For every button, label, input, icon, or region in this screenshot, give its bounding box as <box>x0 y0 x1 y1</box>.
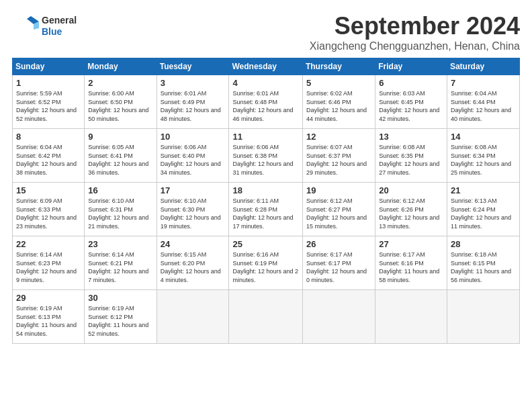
table-row: 19 Sunrise: 6:12 AM Sunset: 6:27 PM Dayl… <box>302 183 375 236</box>
table-row: 2 Sunrise: 6:00 AM Sunset: 6:50 PM Dayli… <box>85 75 157 129</box>
table-row <box>229 290 302 344</box>
day-info: Sunrise: 6:06 AM Sunset: 6:40 PM Dayligh… <box>161 143 226 177</box>
day-info: Sunrise: 6:06 AM Sunset: 6:38 PM Dayligh… <box>232 143 298 177</box>
page: General Blue September 2024 Xiangcheng C… <box>0 0 532 411</box>
table-row: 25 Sunrise: 6:16 AM Sunset: 6:19 PM Dayl… <box>229 236 302 290</box>
day-info: Sunrise: 6:03 AM Sunset: 6:45 PM Dayligh… <box>379 89 443 123</box>
day-number: 27 <box>379 239 443 249</box>
day-number: 19 <box>306 185 371 195</box>
day-info: Sunrise: 6:17 AM Sunset: 6:17 PM Dayligh… <box>306 250 371 284</box>
day-number: 22 <box>16 239 81 249</box>
col-tuesday: Tuesday <box>157 58 229 75</box>
calendar-week-3: 15 Sunrise: 6:09 AM Sunset: 6:33 PM Dayl… <box>13 183 520 236</box>
table-row: 30 Sunrise: 6:19 AM Sunset: 6:12 PM Dayl… <box>85 290 157 344</box>
day-info: Sunrise: 6:10 AM Sunset: 6:31 PM Dayligh… <box>88 197 152 230</box>
table-row: 1 Sunrise: 5:59 AM Sunset: 6:52 PM Dayli… <box>13 75 85 129</box>
day-info: Sunrise: 6:01 AM Sunset: 6:49 PM Dayligh… <box>161 89 226 123</box>
table-row: 11 Sunrise: 6:06 AM Sunset: 6:38 PM Dayl… <box>229 129 302 183</box>
col-sunday: Sunday <box>13 58 85 75</box>
day-info: Sunrise: 6:11 AM Sunset: 6:28 PM Dayligh… <box>232 197 298 230</box>
table-row: 16 Sunrise: 6:10 AM Sunset: 6:31 PM Dayl… <box>85 183 157 236</box>
day-number: 28 <box>451 239 516 249</box>
day-number: 8 <box>16 132 81 142</box>
day-info: Sunrise: 6:15 AM Sunset: 6:20 PM Dayligh… <box>161 250 226 284</box>
logo: General Blue <box>12 12 77 40</box>
table-row: 28 Sunrise: 6:18 AM Sunset: 6:15 PM Dayl… <box>447 236 519 290</box>
day-info: Sunrise: 6:04 AM Sunset: 6:44 PM Dayligh… <box>451 89 516 123</box>
day-number: 15 <box>16 185 81 195</box>
day-number: 3 <box>161 78 226 88</box>
day-number: 24 <box>161 239 226 249</box>
day-info: Sunrise: 6:14 AM Sunset: 6:21 PM Dayligh… <box>88 250 152 284</box>
table-row <box>375 290 447 344</box>
table-row: 9 Sunrise: 6:05 AM Sunset: 6:41 PM Dayli… <box>85 129 157 183</box>
day-info: Sunrise: 6:08 AM Sunset: 6:34 PM Dayligh… <box>451 143 516 177</box>
table-row: 15 Sunrise: 6:09 AM Sunset: 6:33 PM Dayl… <box>13 183 85 236</box>
table-row: 29 Sunrise: 6:19 AM Sunset: 6:13 PM Dayl… <box>13 290 85 344</box>
logo-graphic: General Blue <box>12 12 77 40</box>
logo-text-general: General <box>42 15 77 26</box>
table-row: 23 Sunrise: 6:14 AM Sunset: 6:21 PM Dayl… <box>85 236 157 290</box>
day-info: Sunrise: 6:02 AM Sunset: 6:46 PM Dayligh… <box>306 89 371 123</box>
table-row: 7 Sunrise: 6:04 AM Sunset: 6:44 PM Dayli… <box>447 75 519 129</box>
day-info: Sunrise: 6:04 AM Sunset: 6:42 PM Dayligh… <box>16 143 81 177</box>
day-number: 16 <box>88 185 152 195</box>
table-row: 20 Sunrise: 6:12 AM Sunset: 6:26 PM Dayl… <box>375 183 447 236</box>
day-number: 25 <box>232 239 298 249</box>
day-info: Sunrise: 6:17 AM Sunset: 6:16 PM Dayligh… <box>379 250 443 284</box>
logo-bird-icon <box>12 12 40 40</box>
table-row: 10 Sunrise: 6:06 AM Sunset: 6:40 PM Dayl… <box>157 129 229 183</box>
table-row: 4 Sunrise: 6:01 AM Sunset: 6:48 PM Dayli… <box>229 75 302 129</box>
day-info: Sunrise: 6:19 AM Sunset: 6:12 PM Dayligh… <box>88 304 152 338</box>
col-wednesday: Wednesday <box>229 58 302 75</box>
calendar-header-row: Sunday Monday Tuesday Wednesday Thursday… <box>13 58 520 75</box>
day-info: Sunrise: 6:18 AM Sunset: 6:15 PM Dayligh… <box>451 250 516 284</box>
day-number: 14 <box>451 132 516 142</box>
table-row: 6 Sunrise: 6:03 AM Sunset: 6:45 PM Dayli… <box>375 75 447 129</box>
table-row: 5 Sunrise: 6:02 AM Sunset: 6:46 PM Dayli… <box>302 75 375 129</box>
col-friday: Friday <box>375 58 447 75</box>
day-info: Sunrise: 6:19 AM Sunset: 6:13 PM Dayligh… <box>16 304 81 338</box>
day-number: 2 <box>88 78 152 88</box>
col-monday: Monday <box>85 58 157 75</box>
table-row: 24 Sunrise: 6:15 AM Sunset: 6:20 PM Dayl… <box>157 236 229 290</box>
day-number: 20 <box>379 185 443 195</box>
day-number: 6 <box>379 78 443 88</box>
day-number: 18 <box>232 185 298 195</box>
table-row: 21 Sunrise: 6:13 AM Sunset: 6:24 PM Dayl… <box>447 183 519 236</box>
day-number: 21 <box>451 185 516 195</box>
day-info: Sunrise: 6:16 AM Sunset: 6:19 PM Dayligh… <box>232 250 298 284</box>
day-number: 11 <box>232 132 298 142</box>
calendar-week-5: 29 Sunrise: 6:19 AM Sunset: 6:13 PM Dayl… <box>13 290 520 344</box>
day-number: 13 <box>379 132 443 142</box>
day-info: Sunrise: 6:09 AM Sunset: 6:33 PM Dayligh… <box>16 197 81 230</box>
table-row: 12 Sunrise: 6:07 AM Sunset: 6:37 PM Dayl… <box>302 129 375 183</box>
day-number: 12 <box>306 132 371 142</box>
table-row: 3 Sunrise: 6:01 AM Sunset: 6:49 PM Dayli… <box>157 75 229 129</box>
table-row: 18 Sunrise: 6:11 AM Sunset: 6:28 PM Dayl… <box>229 183 302 236</box>
table-row: 14 Sunrise: 6:08 AM Sunset: 6:34 PM Dayl… <box>447 129 519 183</box>
table-row <box>302 290 375 344</box>
col-thursday: Thursday <box>302 58 375 75</box>
table-row: 8 Sunrise: 6:04 AM Sunset: 6:42 PM Dayli… <box>13 129 85 183</box>
day-info: Sunrise: 6:13 AM Sunset: 6:24 PM Dayligh… <box>451 197 516 230</box>
day-number: 17 <box>161 185 226 195</box>
day-info: Sunrise: 6:05 AM Sunset: 6:41 PM Dayligh… <box>88 143 152 177</box>
day-info: Sunrise: 6:08 AM Sunset: 6:35 PM Dayligh… <box>379 143 443 177</box>
day-number: 23 <box>88 239 152 249</box>
day-number: 10 <box>161 132 226 142</box>
day-info: Sunrise: 6:12 AM Sunset: 6:27 PM Dayligh… <box>306 197 371 230</box>
day-number: 9 <box>88 132 152 142</box>
calendar-table: Sunday Monday Tuesday Wednesday Thursday… <box>12 58 520 344</box>
col-saturday: Saturday <box>447 58 519 75</box>
day-number: 26 <box>306 239 371 249</box>
day-info: Sunrise: 6:12 AM Sunset: 6:26 PM Dayligh… <box>379 197 443 230</box>
day-number: 30 <box>88 293 152 303</box>
table-row: 13 Sunrise: 6:08 AM Sunset: 6:35 PM Dayl… <box>375 129 447 183</box>
calendar-week-2: 8 Sunrise: 6:04 AM Sunset: 6:42 PM Dayli… <box>13 129 520 183</box>
day-info: Sunrise: 6:01 AM Sunset: 6:48 PM Dayligh… <box>232 89 298 123</box>
day-number: 1 <box>16 78 81 88</box>
header: General Blue September 2024 Xiangcheng C… <box>12 12 520 52</box>
calendar-week-4: 22 Sunrise: 6:14 AM Sunset: 6:23 PM Dayl… <box>13 236 520 290</box>
table-row: 22 Sunrise: 6:14 AM Sunset: 6:23 PM Dayl… <box>13 236 85 290</box>
